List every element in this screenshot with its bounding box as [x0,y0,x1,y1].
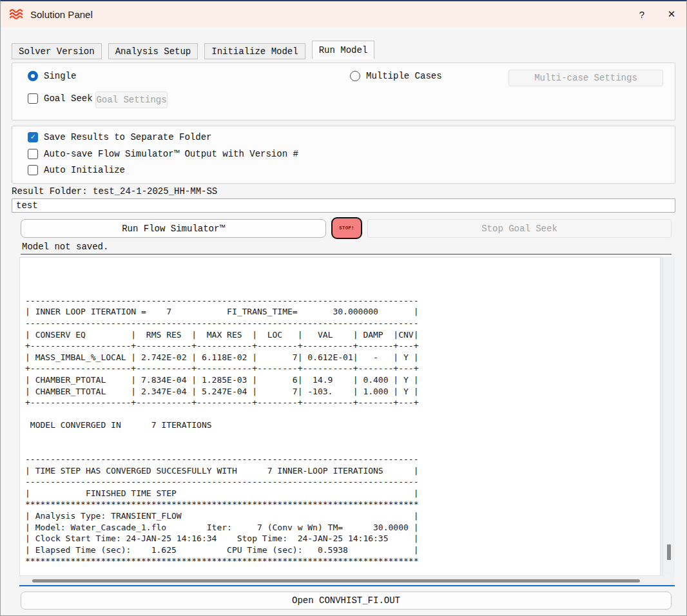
auto-initialize-row[interactable]: Auto Initialize [28,165,125,175]
autosave-row[interactable]: Auto-save Flow Simulator™ Output with Ve… [28,149,298,159]
save-results-row[interactable]: Save Results to Separate Folder [28,132,211,142]
flow-waves-logo-icon [8,6,24,22]
titlebar: Solution Panel ? ✕ [1,1,686,27]
help-button[interactable]: ? [627,1,657,27]
auto-initialize-checkbox[interactable] [28,165,38,175]
multiple-cases-radio-row[interactable]: Multiple Cases [350,71,442,81]
close-icon[interactable]: ✕ [657,1,686,27]
tab-initialize-model[interactable]: Initialize Model [204,43,305,59]
case-selection-group: Single Multiple Cases Multi-case Setting… [12,63,675,120]
solver-console-output[interactable]: ----------------------------------------… [19,257,661,576]
open-convhist-button[interactable]: Open CONVHIST_FI.OUT [21,592,672,610]
goal-seek-checkbox-row[interactable]: Goal Seek [28,93,93,104]
save-results-checkbox[interactable] [28,132,38,142]
multiple-cases-radio-label: Multiple Cases [366,71,442,81]
result-folder-input[interactable] [12,198,675,213]
tab-bar: Solver Version Analysis Setup Initialize… [12,41,374,59]
tab-analysis-setup[interactable]: Analysis Setup [108,43,198,59]
model-status-text: Model not saved. [21,242,672,255]
vertical-scrollbar[interactable] [662,257,675,576]
save-results-label: Save Results to Separate Folder [44,132,211,142]
goal-seek-checkbox[interactable] [28,93,38,104]
options-group: Save Results to Separate Folder Auto-sav… [12,126,675,184]
single-radio-label: Single [44,71,76,81]
multiple-cases-radio[interactable] [350,71,360,81]
goal-seek-label: Goal Seek [44,93,93,104]
vertical-scrollbar-thumb[interactable] [667,544,671,560]
stop-goal-seek-button[interactable]: Stop Goal Seek [367,219,672,238]
tab-run-model[interactable]: Run Model [312,41,375,59]
run-flow-simulator-button[interactable]: Run Flow Simulator™ [21,219,326,238]
window-title: Solution Panel [30,9,627,20]
autosave-label: Auto-save Flow Simulator™ Output with Ve… [44,149,298,159]
multi-case-settings-button[interactable]: Multi-case Settings [508,70,663,86]
stop-button[interactable]: STOP! [331,217,362,239]
horizontal-scrollbar[interactable] [19,577,661,585]
solver-console: ----------------------------------------… [19,257,675,586]
solution-panel-window: Solution Panel ? ✕ Solver Version Analys… [0,0,687,616]
auto-initialize-label: Auto Initialize [44,165,125,175]
single-radio-row[interactable]: Single [28,71,76,81]
horizontal-scrollbar-thumb[interactable] [32,579,640,582]
single-radio[interactable] [28,71,38,81]
tab-solver-version[interactable]: Solver Version [12,43,102,59]
autosave-checkbox[interactable] [28,149,38,159]
goal-settings-button[interactable]: Goal Settings [95,91,168,108]
result-folder-label: Result Folder: test_24-1-2025_HH-MM-SS [12,186,217,197]
